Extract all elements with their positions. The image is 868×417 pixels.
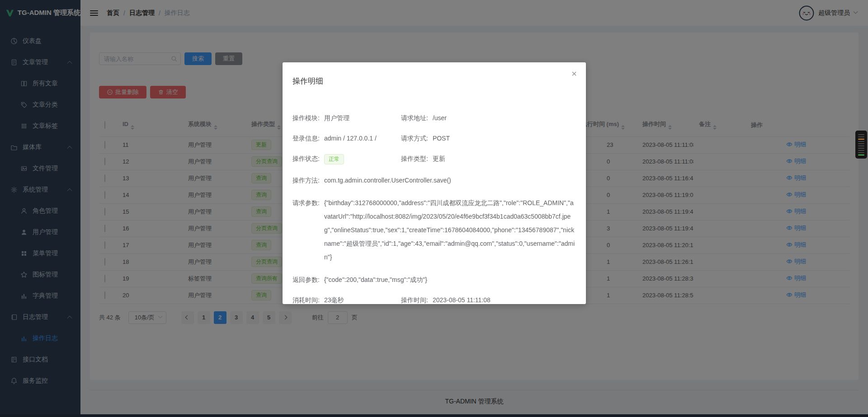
modal-field-row: 登录信息:admin / 127.0.0.1 /请求方式:POST [292,134,576,143]
operation-detail-modal: 操作明细 × 操作模块:用户管理请求地址:/user登录信息:admin / 1… [283,62,586,304]
field-value: {"code":200,"data":true,"msg":"成功"} [324,275,427,284]
modal-field-row: 消耗时间:23毫秒操作时间:2023-08-05 11:11:08 [292,295,576,305]
modal-field-row: 操作状态:正常操作类型:更新 [292,154,576,164]
field-value: admin / 127.0.0.1 / [324,134,377,143]
field-value: {"birthday":312768000000,"address":"四川成都… [324,196,576,264]
field-label: 操作时间: [401,295,428,305]
modal-body: 操作模块:用户管理请求地址:/user登录信息:admin / 127.0.0.… [283,86,586,305]
field-value: 23毫秒 [324,295,344,305]
field-label: 返回参数: [292,275,320,284]
modal-field-row: 返回参数:{"code":200,"data":true,"msg":"成功"} [292,275,576,284]
field-label: 操作方法: [292,176,320,185]
field-value: 更新 [433,154,445,163]
modal-field: 请求参数:{"birthday":312768000000,"address":… [292,196,576,264]
browser-extension-widget[interactable] [855,131,867,159]
field-label: 请求方式: [401,134,428,143]
field-value: com.tg.admin.controller.UserController.s… [324,176,451,185]
modal-field: 返回参数:{"code":200,"data":true,"msg":"成功"} [292,275,427,284]
field-value: /user [433,113,447,122]
modal-field: 请求方式:POST [401,134,576,143]
modal-title: 操作明细 [283,62,586,86]
modal-field: 操作时间:2023-08-05 11:11:08 [401,295,576,305]
modal-field-row: 操作模块:用户管理请求地址:/user [292,113,576,122]
field-label: 操作状态: [292,154,320,163]
modal-field: 登录信息:admin / 127.0.0.1 / [292,134,401,143]
modal-field: 请求地址:/user [401,113,576,122]
field-value: 2023-08-05 11:11:08 [433,295,491,305]
field-value: 用户管理 [324,113,349,122]
modal-field: 消耗时间:23毫秒 [292,295,401,305]
modal-field: 操作模块:用户管理 [292,113,401,122]
field-label: 请求地址: [401,113,428,122]
status-badge: 正常 [324,154,344,164]
field-label: 消耗时间: [292,295,320,305]
field-value: POST [433,134,450,143]
field-label: 操作模块: [292,113,320,122]
modal-field-row: 操作方法:com.tg.admin.controller.UserControl… [292,176,576,185]
modal-field: 操作方法:com.tg.admin.controller.UserControl… [292,176,451,185]
close-icon[interactable]: × [571,69,577,78]
modal-field: 操作类型:更新 [401,154,576,164]
modal-field: 操作状态:正常 [292,154,401,164]
modal-field-row: 请求参数:{"birthday":312768000000,"address":… [292,196,576,264]
field-label: 请求参数: [292,196,320,210]
field-label: 登录信息: [292,134,320,143]
field-label: 操作类型: [401,154,428,163]
